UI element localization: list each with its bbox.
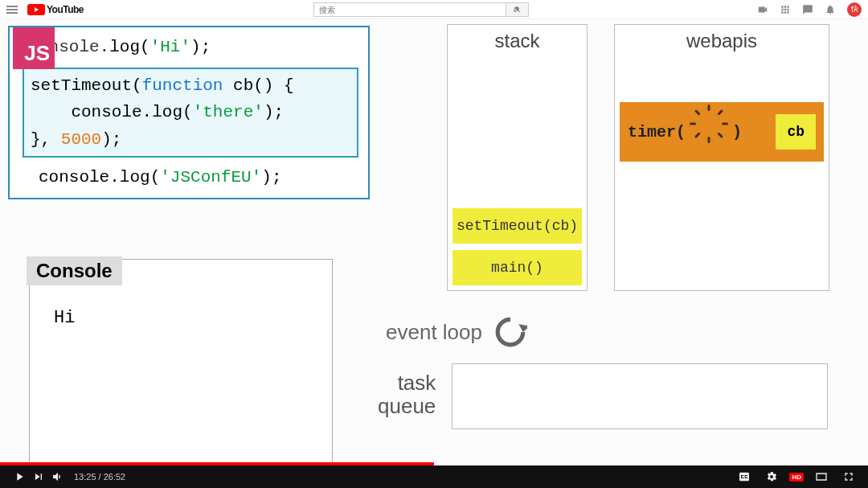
player-controls: 13:25 / 26:52 HD — [0, 465, 868, 488]
avatar[interactable]: 快 — [847, 2, 862, 17]
captions-button[interactable] — [735, 467, 754, 486]
code-string: 'JSConfEU' — [160, 168, 261, 187]
stack-frame: setTimeout(cb) — [452, 208, 582, 244]
youtube-play-icon — [27, 4, 45, 15]
code-line-1: onsole.log('Hi'); — [39, 34, 358, 61]
code-text: ; — [272, 168, 282, 187]
callback-chip: cb — [776, 114, 816, 150]
code-settimeout: setTimeout(function cb() { console.log('… — [31, 72, 350, 154]
youtube-header: YouTube 快 — [0, 0, 868, 19]
code-text: ); — [101, 130, 121, 149]
code-keyword: function — [142, 76, 223, 95]
code-text: console. — [31, 103, 152, 121]
timer-row: timer( ) cb — [620, 102, 824, 162]
search-button[interactable] — [506, 2, 529, 17]
youtube-logo-text: YouTube — [47, 4, 84, 15]
code-panel: onsole.log('Hi'); setTimeout(function cb… — [8, 26, 370, 199]
hamburger-menu-icon[interactable] — [6, 4, 18, 15]
code-text: setTimeout( — [31, 76, 142, 95]
code-text: ; — [201, 38, 211, 56]
play-icon — [13, 470, 26, 483]
stack-title: stack — [448, 25, 587, 52]
hd-badge: HD — [789, 473, 804, 482]
webapis-title: webapis — [615, 25, 829, 52]
video-area: onsole.log('Hi'); setTimeout(function cb… — [0, 19, 868, 488]
code-text: log — [120, 168, 150, 187]
fullscreen-button[interactable] — [839, 467, 858, 486]
gear-icon — [765, 470, 778, 483]
task-queue-label: task queue — [378, 371, 436, 417]
task-queue-text: queue — [378, 394, 436, 418]
stack-panel: stack setTimeout(cb) main() — [447, 24, 588, 291]
console-panel: Console Hi — [29, 259, 333, 468]
webapis-panel: webapis timer( ) cb — [614, 24, 829, 291]
messages-icon[interactable] — [802, 4, 813, 15]
search-bar — [313, 2, 529, 17]
stack-frame: main() — [452, 250, 582, 285]
volume-icon — [51, 470, 64, 483]
code-text: }, — [31, 130, 61, 149]
play-button[interactable] — [10, 467, 29, 486]
event-loop-label: event loop — [386, 315, 527, 349]
notifications-bell-icon[interactable] — [825, 4, 836, 15]
settings-button[interactable] — [762, 467, 781, 486]
time-current: 13:25 — [74, 472, 96, 482]
timecode: 13:25 / 26:52 — [74, 472, 125, 482]
task-queue-text: task — [398, 371, 436, 395]
search-input[interactable] — [313, 2, 506, 17]
highlighted-code-block: setTimeout(function cb() { console.log('… — [23, 68, 358, 158]
spinner-icon — [697, 120, 721, 144]
next-icon — [32, 470, 45, 483]
captions-icon — [738, 470, 751, 483]
timer-close-paren: ) — [732, 123, 742, 141]
video-camera-icon[interactable] — [757, 4, 768, 15]
code-line-3: console.log('JSConfEU'); — [39, 164, 358, 191]
slide-content: onsole.log('Hi'); setTimeout(function cb… — [0, 19, 868, 462]
js-badge: JS — [13, 27, 55, 69]
theater-button[interactable] — [812, 467, 831, 486]
next-button[interactable] — [29, 467, 48, 486]
theater-icon — [815, 470, 828, 483]
search-icon — [514, 6, 522, 14]
code-string: 'Hi' — [150, 38, 190, 56]
timer-label: timer( — [628, 123, 686, 141]
time-duration: 26:52 — [104, 472, 126, 482]
youtube-logo[interactable]: YouTube — [27, 4, 84, 15]
code-string: 'there' — [193, 103, 264, 121]
code-text: ; — [273, 103, 284, 121]
code-number: 5000 — [61, 130, 101, 149]
stack-items: setTimeout(cb) main() — [452, 208, 582, 285]
volume-button[interactable] — [48, 467, 68, 486]
header-right-controls: 快 — [757, 2, 862, 17]
code-text: cb() { — [223, 76, 293, 95]
apps-grid-icon[interactable] — [780, 4, 791, 15]
code-text: console. — [39, 168, 120, 187]
code-text: log — [109, 38, 140, 56]
loop-arrow-icon — [493, 315, 527, 349]
fullscreen-icon — [842, 470, 855, 483]
event-loop-text: event loop — [386, 320, 482, 345]
console-title: Console — [27, 256, 122, 285]
task-queue-panel — [452, 363, 828, 429]
player-right-controls: HD — [735, 467, 858, 486]
code-text: log — [152, 103, 182, 121]
time-sep: / — [96, 472, 104, 482]
